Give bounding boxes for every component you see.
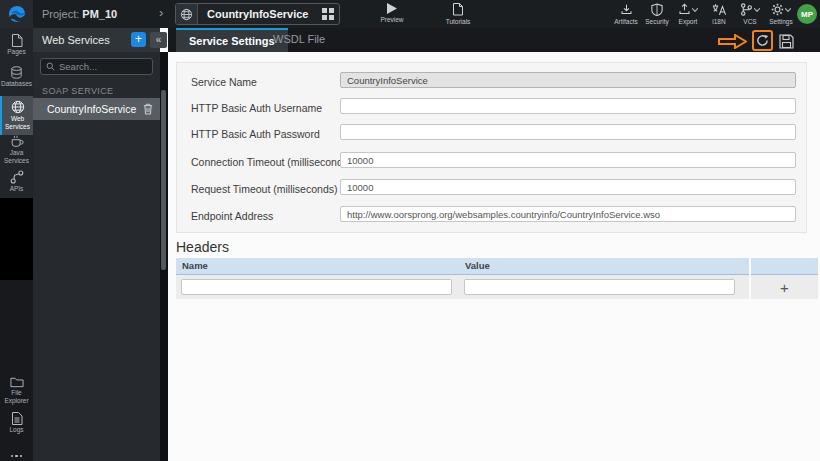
- caret-down-icon: [785, 8, 791, 12]
- user-avatar[interactable]: MP: [797, 4, 817, 24]
- service-name-field-label: Service Name: [191, 76, 257, 88]
- password-field-label: HTTP Basic Auth Password: [191, 128, 320, 140]
- tutorials-button[interactable]: Tutorials: [436, 3, 480, 25]
- panel-scrollbar: [160, 52, 168, 461]
- grid-icon[interactable]: [317, 4, 339, 24]
- service-search[interactable]: [40, 58, 153, 75]
- headers-table-row: +: [176, 275, 818, 299]
- service-name-label: CountryInfoService: [47, 103, 143, 115]
- add-service-button[interactable]: +: [131, 32, 146, 47]
- refresh-icon: [756, 34, 769, 47]
- delete-service-button[interactable]: [143, 103, 153, 115]
- request-timeout-field-label: Request Timeout (milliseconds): [191, 183, 337, 195]
- endpoint-address-field-label: Endpoint Address: [191, 210, 273, 222]
- header-value-input[interactable]: [464, 279, 735, 295]
- page-icon: [11, 34, 23, 47]
- caret-down-icon: [692, 8, 698, 12]
- headers-table-header: Name Value: [176, 258, 818, 275]
- search-input[interactable]: [59, 61, 144, 72]
- panel-header: Web Services +: [33, 28, 160, 52]
- sidebar-item-web-services[interactable]: Web Services: [0, 96, 33, 135]
- coffee-icon: [10, 134, 24, 148]
- save-icon: [779, 34, 794, 49]
- connection-timeout-field-label: Connection Timeout (milliseconds): [191, 156, 351, 168]
- folder-icon: [10, 376, 24, 388]
- chevron-right-icon: ›: [159, 0, 163, 28]
- database-icon: [10, 66, 23, 79]
- preview-button[interactable]: Preview: [370, 3, 414, 23]
- form-row: Endpoint Address: [191, 206, 796, 223]
- globe-icon: [11, 100, 25, 114]
- document-icon: [452, 3, 464, 16]
- sidebar-item-pages[interactable]: Pages: [0, 34, 33, 56]
- reload-wsdl-button[interactable]: [752, 30, 773, 51]
- translate-icon: [712, 3, 726, 16]
- tab-wsdl-file[interactable]: WSDL File: [260, 28, 338, 52]
- service-settings-content: Service Name HTTP Basic Auth Username HT…: [168, 52, 820, 461]
- connection-timeout-input[interactable]: [340, 152, 796, 168]
- form-row: Request Timeout (milliseconds): [191, 179, 796, 196]
- wavemaker-logo-icon[interactable]: [0, 0, 33, 28]
- form-row: Connection Timeout (milliseconds): [191, 152, 796, 169]
- download-icon: [620, 3, 633, 16]
- web-services-panel: Web Services + SOAP SERVICE CountryInfoS…: [33, 28, 160, 461]
- headers-section-title: Headers: [176, 239, 229, 255]
- soap-service-section-label: SOAP SERVICE: [42, 86, 114, 96]
- app-window: Project: PM_10 › CountryInfoService: [0, 0, 820, 461]
- column-header-name: Name: [176, 258, 459, 275]
- trash-icon: [143, 103, 153, 115]
- username-field-label: HTTP Basic Auth Username: [191, 102, 322, 114]
- sidebar-item-apis[interactable]: APIs: [0, 170, 33, 193]
- topbar-actions: Artifacts Security: [614, 3, 793, 25]
- basic-auth-username-input[interactable]: [340, 98, 796, 114]
- branch-icon: [740, 3, 753, 16]
- shield-icon: [651, 3, 663, 16]
- service-chip-title: CountryInfoService: [198, 4, 317, 24]
- security-button[interactable]: Security: [645, 3, 669, 25]
- form-row: HTTP Basic Auth Username: [191, 98, 796, 115]
- vcs-button[interactable]: VCS: [738, 3, 762, 25]
- collapse-panel-button[interactable]: «: [150, 32, 167, 48]
- add-header-button[interactable]: +: [780, 280, 789, 295]
- top-bar: Project: PM_10 › CountryInfoService: [0, 0, 820, 28]
- scrollbar-thumb[interactable]: [161, 90, 166, 270]
- service-name-input[interactable]: [340, 72, 796, 88]
- search-icon: [46, 62, 55, 71]
- sidebar-item-file-explorer[interactable]: File Explorer: [0, 376, 33, 405]
- play-icon: [387, 3, 397, 14]
- form-row: HTTP Basic Auth Password: [191, 124, 796, 141]
- service-list-item[interactable]: CountryInfoService: [33, 98, 160, 120]
- project-label: Project: PM_10: [42, 0, 117, 28]
- export-icon: [678, 3, 691, 16]
- log-file-icon: [11, 412, 23, 425]
- settings-button[interactable]: Settings: [769, 3, 793, 25]
- tab-bar: Service Settings WSDL File: [168, 28, 820, 52]
- column-header-actions: [751, 258, 818, 275]
- globe-icon: [176, 4, 198, 24]
- gear-icon: [771, 3, 784, 16]
- sidebar-item-databases[interactable]: Databases: [0, 66, 33, 88]
- artifacts-button[interactable]: Artifacts: [614, 3, 638, 25]
- export-button[interactable]: Export: [676, 3, 700, 25]
- sidebar-item-logs[interactable]: Logs: [0, 412, 33, 434]
- more-icon[interactable]: [0, 455, 33, 458]
- service-chip[interactable]: CountryInfoService: [175, 3, 340, 25]
- api-icon: [10, 170, 24, 184]
- save-button[interactable]: [778, 33, 794, 49]
- endpoint-address-input[interactable]: [340, 206, 796, 222]
- panel-title: Web Services: [42, 34, 110, 46]
- headers-table: Name Value +: [176, 258, 818, 299]
- basic-auth-password-input[interactable]: [340, 124, 796, 140]
- sidebar-item-java-services[interactable]: Java Services: [0, 134, 33, 165]
- annotation-arrow: [718, 34, 747, 49]
- header-name-input[interactable]: [181, 279, 452, 295]
- i18n-button[interactable]: i18N: [707, 3, 731, 25]
- service-settings-form: Service Name HTTP Basic Auth Username HT…: [176, 62, 807, 233]
- form-row: Service Name: [191, 72, 796, 89]
- left-sidebar: Pages Databases: [0, 28, 33, 461]
- column-header-value: Value: [459, 258, 749, 275]
- request-timeout-input[interactable]: [340, 179, 796, 195]
- caret-down-icon: [754, 8, 760, 12]
